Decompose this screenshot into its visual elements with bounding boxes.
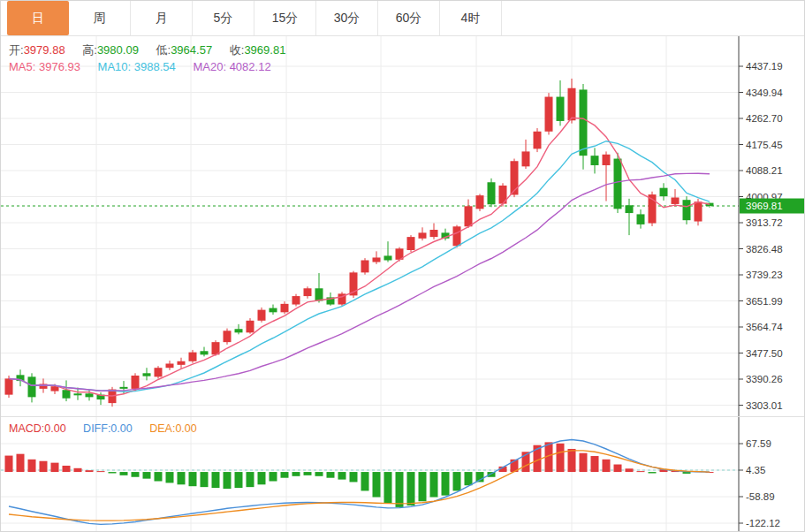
y-axis-tick-label: 3303.01 [746, 400, 783, 411]
y-axis-tick-label: 4175.45 [746, 140, 783, 150]
dea-label: DEA: [149, 422, 175, 435]
y-axis-tick-label: 3739.23 [746, 270, 783, 280]
price-chart-canvas[interactable]: 4437.194349.944262.704175.454088.214000.… [1, 36, 805, 416]
dea-value: 0.00 [175, 422, 196, 435]
open-label: 开: [9, 43, 24, 57]
ma-legend: MA5: 3976.93 MA10: 3988.54 MA20: 4082.12 [9, 60, 285, 73]
ma5-value: 3976.93 [39, 60, 80, 73]
diff-line [9, 440, 710, 525]
y-axis-labels: 4437.194349.944262.704175.454088.214000.… [739, 61, 783, 411]
y-axis-tick-label: 3564.74 [746, 322, 783, 332]
high-value: 3980.09 [97, 43, 139, 57]
quote-bar: 开:3979.88 高:3980.09 低:3964.57 收:3969.81 [9, 42, 300, 58]
low-value: 3964.57 [171, 43, 212, 57]
price-chart-panel: 4437.194349.944262.704175.454088.214000.… [1, 36, 804, 416]
diff-value: 0.00 [110, 422, 132, 435]
tab-30分[interactable]: 30分 [316, 1, 378, 35]
ma10-label: MA10: [98, 60, 132, 73]
macd-tick-label: -122.12 [746, 518, 780, 528]
y-axis-tick-label: 3651.99 [746, 296, 783, 307]
macd-legend: MACD:0.00 DIFF:0.00 DEA:0.00 [9, 422, 211, 435]
low-label: 低: [156, 43, 171, 57]
y-axis-tick-label: 3390.26 [746, 374, 783, 384]
ma10-line [9, 141, 710, 392]
y-axis-tick-label: 3826.48 [746, 244, 783, 255]
tab-5分[interactable]: 5分 [193, 1, 254, 35]
macd-panel: 67.594.35-58.89-122.12 MACD:0.00 DIFF:0.… [1, 416, 804, 532]
current-price-tag: 3969.81 [740, 199, 805, 214]
tab-月[interactable]: 月 [131, 1, 193, 35]
y-axis-tick-label: 3913.72 [746, 217, 783, 228]
tab-日[interactable]: 日 [7, 1, 69, 35]
macd-value: 0.00 [44, 422, 65, 435]
candles-group [5, 79, 714, 407]
y-axis-tick-label: 3477.50 [746, 348, 783, 359]
grid-lines [1, 36, 739, 416]
y-axis-tick-label: 4088.21 [746, 165, 783, 176]
y-axis-tick-label: 4262.70 [746, 113, 783, 124]
y-axis-tick-label: 4349.94 [746, 87, 783, 98]
timeframe-tabs: 日周月5分15分30分60分4时 [1, 1, 804, 36]
high-label: 高: [82, 43, 97, 57]
open-value: 3979.88 [24, 43, 65, 57]
ma10-value: 3988.54 [134, 60, 176, 73]
y-axis-tick-label: 4437.19 [746, 61, 783, 72]
ma20-label: MA20: [193, 60, 226, 73]
macd-axis-labels: 67.594.35-58.89-122.12 [739, 438, 780, 528]
ma5-label: MA5: [9, 60, 35, 73]
tab-15分[interactable]: 15分 [254, 1, 316, 35]
macd-tick-label: 4.35 [746, 465, 765, 475]
macd-tick-label: -58.89 [746, 491, 775, 502]
tab-60分[interactable]: 60分 [378, 1, 440, 35]
macd-tick-label: 67.59 [746, 438, 771, 449]
macd-histogram [5, 442, 714, 507]
diff-label: DIFF: [83, 422, 110, 435]
close-label: 收: [230, 43, 245, 57]
tab-4时[interactable]: 4时 [440, 1, 502, 35]
macd-label: MACD: [9, 422, 44, 435]
ma20-value: 4082.12 [230, 60, 271, 73]
tab-周[interactable]: 周 [69, 1, 131, 35]
svg-text:3969.81: 3969.81 [746, 201, 783, 211]
kline-chart-window: 日周月5分15分30分60分4时 4437.194349.944262.7041… [0, 0, 805, 532]
close-value: 3969.81 [244, 43, 285, 57]
